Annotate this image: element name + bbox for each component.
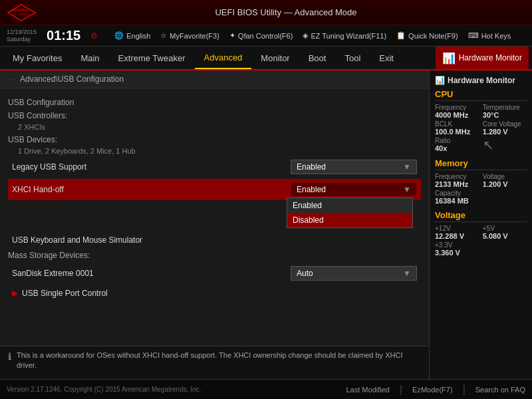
dropdown-option-disabled[interactable]: Disabled bbox=[287, 213, 412, 227]
ez-mode-button[interactable]: EzMode(F7) bbox=[412, 386, 453, 394]
main-content: ← Advanced\USB Configuration USB Configu… bbox=[0, 70, 532, 379]
bottom-bar: Version 2.17.1246. Copyright (C) 2015 Am… bbox=[0, 379, 532, 399]
copyright-text: Version 2.17.1246. Copyright (C) 2015 Am… bbox=[7, 386, 201, 393]
hot-keys-button[interactable]: ⌨ Hot Keys bbox=[468, 31, 511, 40]
usb-config-section-title: USB Configuration bbox=[8, 98, 421, 107]
v33-label: +3.3V bbox=[435, 241, 479, 249]
usb-single-port-label: USB Single Port Control bbox=[22, 289, 108, 298]
cpu-section-title: CPU bbox=[435, 89, 527, 101]
svg-text:OF GAMERS: OF GAMERS bbox=[13, 13, 29, 16]
tab-exit[interactable]: Exit bbox=[370, 47, 403, 69]
xhci-handoff-row[interactable]: XHCI Hand-off Enabled ▼ Enabled Disabled bbox=[8, 179, 421, 200]
tuning-icon: ◈ bbox=[303, 31, 308, 40]
qfan-button[interactable]: ✦ Qfan Control(F6) bbox=[229, 31, 293, 40]
cpu-temp-label: Temperature bbox=[483, 104, 527, 111]
mem-voltage-item: Voltage 1.200 V bbox=[483, 173, 527, 188]
note-icon: 📋 bbox=[396, 31, 406, 40]
cpu-freq-label: Frequency bbox=[435, 104, 479, 111]
v5-label: +5V bbox=[483, 225, 527, 232]
core-voltage-value: 1.280 V bbox=[483, 128, 527, 136]
tab-my-favorites[interactable]: My Favorites bbox=[3, 47, 71, 69]
breadcrumb-text: Advanced\USB Configuration bbox=[20, 74, 124, 84]
core-voltage-item: Core Voltage 1.280 V bbox=[483, 120, 527, 136]
star-icon: ☆ bbox=[160, 31, 167, 40]
monitor-icon: 📊 bbox=[442, 52, 456, 65]
dropdown-option-enabled[interactable]: Enabled bbox=[287, 198, 412, 213]
tab-monitor[interactable]: Monitor bbox=[251, 47, 299, 69]
bclk-voltage-row: BCLK 100.0 MHz Core Voltage 1.280 V bbox=[435, 120, 527, 136]
left-panel: ← Advanced\USB Configuration USB Configu… bbox=[0, 70, 429, 379]
kb-mouse-label: USB Keyboard and Mouse Simulator bbox=[12, 235, 417, 245]
mem-capacity-value: 16384 MB bbox=[435, 197, 479, 205]
memory-section: Memory Frequency 2133 MHz Voltage 1.200 … bbox=[435, 158, 527, 205]
tab-boot[interactable]: Boot bbox=[299, 47, 336, 69]
monitor-panel-icon: 📊 bbox=[435, 76, 445, 85]
quick-note-button[interactable]: 📋 Quick Note(F9) bbox=[396, 31, 458, 40]
last-modified-button[interactable]: Last Modified bbox=[346, 386, 390, 394]
svg-text:REPUBLIC: REPUBLIC bbox=[13, 8, 30, 12]
legacy-usb-select[interactable]: Enabled ▼ bbox=[291, 160, 417, 174]
myfavorite-button[interactable]: ☆ MyFavorite(F3) bbox=[160, 31, 219, 40]
date-text: 12/19/2015 bbox=[7, 29, 37, 36]
mem-voltage-value: 1.200 V bbox=[483, 180, 527, 188]
usb-controllers-label: USB Controllers: bbox=[8, 111, 421, 120]
nav-tabs: My Favorites Main Extreme Tweaker Advanc… bbox=[0, 47, 532, 70]
mem-freq-label: Frequency bbox=[435, 173, 479, 180]
back-arrow-icon[interactable]: ← bbox=[8, 74, 16, 84]
tab-main[interactable]: Main bbox=[71, 47, 108, 69]
keyboard-icon: ⌨ bbox=[468, 31, 479, 40]
breadcrumb: ← Advanced\USB Configuration bbox=[0, 70, 429, 88]
usb-controllers-value: 2 XHCIs bbox=[18, 123, 421, 131]
xhci-handoff-label: XHCI Hand-off bbox=[12, 185, 291, 194]
expand-arrow-icon: ▶ bbox=[12, 289, 18, 298]
hot-keys-label: Hot Keys bbox=[481, 32, 511, 40]
gear-icon[interactable]: ⚙ bbox=[90, 31, 98, 41]
v5-item: +5V 5.080 V bbox=[483, 225, 527, 240]
ez-tuning-button[interactable]: ◈ EZ Tuning Wizard(F11) bbox=[303, 31, 386, 40]
hw-monitor-title: 📊 Hardware Monitor bbox=[435, 76, 527, 85]
mem-freq-item: Frequency 2133 MHz bbox=[435, 173, 479, 188]
quick-note-label: Quick Note(F9) bbox=[408, 32, 458, 40]
kb-mouse-row: USB Keyboard and Mouse Simulator bbox=[8, 232, 421, 248]
cpu-freq-value: 4000 MHz bbox=[435, 111, 479, 119]
legacy-usb-value: Enabled bbox=[297, 162, 326, 172]
ratio-value: 40x bbox=[435, 144, 479, 152]
ratio-item: Ratio 40x bbox=[435, 137, 479, 153]
v33-item: +3.3V 3.360 V bbox=[435, 241, 479, 257]
cursor-area: ↖ bbox=[483, 137, 527, 153]
sandisk-row: SanDisk Extreme 0001 Auto ▼ bbox=[8, 263, 421, 284]
datetime-icons-group: 🌐 English ☆ MyFavorite(F3) ✦ Qfan Contro… bbox=[114, 31, 525, 40]
cursor-graphic-icon: ↖ bbox=[483, 138, 494, 152]
datetime-bar: 12/19/2015 Saturday 01:15 ⚙ 🌐 English ☆ … bbox=[0, 25, 532, 47]
sandisk-label: SanDisk Extreme 0001 bbox=[12, 269, 291, 278]
globe-icon: 🌐 bbox=[114, 31, 124, 40]
tab-tool[interactable]: Tool bbox=[335, 47, 370, 69]
mem-voltage-label: Voltage bbox=[483, 173, 527, 180]
qfan-label: Qfan Control(F6) bbox=[238, 32, 293, 40]
language-selector[interactable]: 🌐 English bbox=[114, 31, 150, 40]
language-label: English bbox=[126, 32, 150, 40]
legacy-usb-label: Legacy USB Support bbox=[12, 162, 291, 172]
search-faq-button[interactable]: Search on FAQ bbox=[475, 386, 525, 394]
tab-advanced[interactable]: Advanced bbox=[195, 47, 252, 69]
time-display: 01:15 bbox=[47, 28, 80, 43]
rog-logo-icon: REPUBLIC OF GAMERS bbox=[7, 3, 37, 22]
cpu-temp-value: 30°C bbox=[483, 111, 527, 119]
logo-area: REPUBLIC OF GAMERS bbox=[7, 3, 37, 22]
v12-v5-row: +12V 12.288 V +5V 5.080 V bbox=[435, 225, 527, 240]
sandisk-select[interactable]: Auto ▼ bbox=[291, 266, 417, 281]
voltage-section: Voltage +12V 12.288 V +5V 5.080 V +3.3V … bbox=[435, 210, 527, 257]
legacy-usb-row: Legacy USB Support Enabled ▼ bbox=[8, 156, 421, 178]
cpu-freq-temp-row: Frequency 4000 MHz Temperature 30°C bbox=[435, 104, 527, 119]
usb-devices-label: USB Devices: bbox=[8, 135, 421, 144]
ez-tuning-label: EZ Tuning Wizard(F11) bbox=[311, 32, 386, 40]
hw-monitor-tab[interactable]: 📊 Hardware Monitor bbox=[436, 47, 529, 69]
info-text: This is a workaround for OSes without XH… bbox=[17, 350, 421, 371]
tab-extreme-tweaker[interactable]: Extreme Tweaker bbox=[109, 47, 195, 69]
v5-value: 5.080 V bbox=[483, 232, 527, 240]
usb-single-port-item[interactable]: ▶ USB Single Port Control bbox=[8, 285, 421, 301]
day-text: Saturday bbox=[7, 36, 37, 43]
xhci-handoff-select[interactable]: Enabled ▼ bbox=[291, 182, 417, 197]
info-icon: ℹ bbox=[8, 351, 11, 362]
memory-section-title: Memory bbox=[435, 158, 527, 170]
